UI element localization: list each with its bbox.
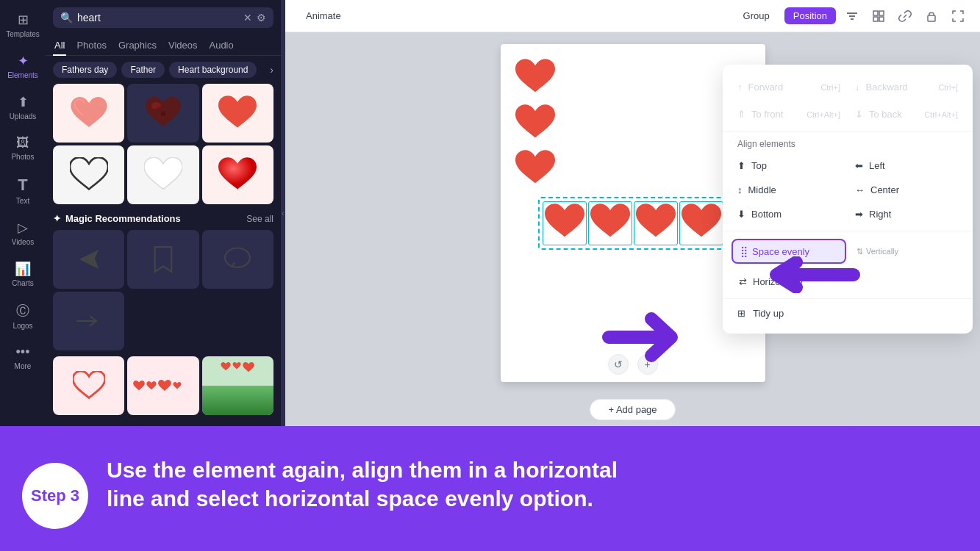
- add-page-row: + Add page: [285, 393, 980, 426]
- selected-heart-4[interactable]: [679, 201, 723, 245]
- media-item-6[interactable]: [202, 145, 273, 204]
- sidebar: ⊞ Templates ✦ Elements ⬆ Uploads 🖼 Photo…: [0, 0, 46, 426]
- svg-rect-11: [928, 15, 935, 21]
- bottom-item-2[interactable]: [127, 356, 198, 415]
- arrow-indicator-right: [601, 311, 690, 366]
- selected-hearts-row[interactable]: [538, 197, 728, 250]
- media-grid-2: [46, 145, 281, 204]
- bottom-item-1[interactable]: [53, 356, 124, 415]
- vertically-icon: ⇅: [856, 247, 863, 256]
- clear-icon[interactable]: ✕: [243, 12, 252, 24]
- align-bottom-icon: ⬇: [737, 209, 745, 220]
- magic-header: ✦ Magic Recommendations See all: [53, 213, 273, 224]
- tab-all[interactable]: All: [53, 35, 66, 55]
- align-bottom[interactable]: ⬇ Bottom: [732, 204, 846, 225]
- magic-item-arrow[interactable]: [53, 292, 124, 350]
- group-button[interactable]: Group: [734, 7, 779, 24]
- sidebar-item-text[interactable]: T Text: [3, 170, 43, 211]
- tidy-up-icon: ⊞: [737, 308, 745, 319]
- media-item-1[interactable]: [53, 84, 124, 143]
- expand-icon-btn[interactable]: [948, 6, 968, 26]
- svg-point-2: [161, 111, 165, 115]
- sidebar-item-photos[interactable]: 🖼 Photos: [3, 129, 43, 167]
- filter-icon[interactable]: ⚙: [257, 12, 266, 24]
- vertically-item[interactable]: ⇅ Vertically: [849, 242, 964, 262]
- magic-item-bubble[interactable]: [202, 230, 273, 289]
- forward-item[interactable]: ↑ Forward Ctrl+]: [732, 76, 846, 98]
- selected-heart-1[interactable]: [543, 201, 587, 245]
- media-item-3[interactable]: [202, 84, 273, 143]
- tags-scroll-right[interactable]: ›: [270, 64, 273, 76]
- link-icon-btn[interactable]: [895, 6, 915, 26]
- media-item-2[interactable]: [127, 84, 198, 143]
- align-top-icon: ⬆: [737, 160, 745, 171]
- direction-row: ↑ Forward Ctrl+] ↓ Backward Ctrl+[: [723, 73, 973, 101]
- tag-fathers-day[interactable]: Fathers day: [53, 62, 117, 78]
- svg-rect-7: [873, 11, 878, 15]
- align-right[interactable]: ➡ Right: [849, 204, 964, 225]
- tidy-up-item[interactable]: ⊞ Tidy up: [723, 302, 973, 325]
- svg-rect-5: [849, 15, 855, 17]
- sidebar-item-label: Charts: [12, 279, 33, 287]
- logos-icon: Ⓒ: [16, 302, 29, 320]
- step-description: Use the element again, align them in a h…: [107, 455, 965, 513]
- align-grid: ⬆ Top ⬅ Left ↕ Middle ↔: [723, 152, 973, 228]
- sidebar-item-charts[interactable]: 📊 Charts: [3, 255, 43, 293]
- sidebar-item-uploads[interactable]: ⬆ Uploads: [3, 88, 43, 126]
- tab-videos[interactable]: Videos: [167, 35, 199, 55]
- magic-title: ✦ Magic Recommendations: [53, 213, 181, 224]
- videos-icon: ▷: [18, 220, 28, 236]
- tag-heart-background[interactable]: Heart background: [169, 62, 257, 78]
- sparkle-icon: ✦: [53, 213, 61, 224]
- to-back-icon: ⇓: [855, 109, 863, 120]
- sidebar-item-videos[interactable]: ▷ Videos: [3, 214, 43, 252]
- sidebar-item-elements[interactable]: ✦ Elements: [3, 47, 43, 85]
- tab-graphics[interactable]: Graphics: [117, 35, 158, 55]
- sidebar-item-label: Elements: [7, 71, 38, 79]
- grid-icon-btn[interactable]: [868, 6, 889, 26]
- see-all-link[interactable]: See all: [246, 214, 273, 224]
- arrow-to-horizontally: [758, 256, 861, 296]
- sidebar-item-logos[interactable]: Ⓒ Logos: [3, 296, 43, 336]
- backward-item[interactable]: ↓ Backward Ctrl+[: [849, 76, 964, 98]
- media-item-5[interactable]: [127, 145, 198, 204]
- sidebar-item-templates[interactable]: ⊞ Templates: [3, 6, 43, 44]
- sidebar-item-label: Videos: [12, 238, 34, 246]
- align-middle[interactable]: ↕ Middle: [732, 179, 846, 201]
- heart-2: [515, 104, 555, 144]
- menu-divider-2: [723, 231, 973, 231]
- selected-heart-3[interactable]: [634, 201, 678, 245]
- magic-item-plane[interactable]: [53, 230, 124, 289]
- toolbar: Animate Group Position: [285, 0, 980, 32]
- position-button[interactable]: Position: [784, 7, 836, 24]
- svg-rect-10: [879, 17, 884, 21]
- selected-heart-2[interactable]: [588, 201, 632, 245]
- to-front-item[interactable]: ⇑ To front Ctrl+Alt+]: [732, 104, 846, 125]
- bottom-item-3[interactable]: [202, 356, 273, 415]
- magic-item-bookmark[interactable]: [127, 230, 198, 289]
- tags-row: Fathers day Father Heart background ›: [46, 62, 281, 78]
- to-back-item[interactable]: ⇓ To back Ctrl+Alt+[: [849, 104, 964, 125]
- add-page-button[interactable]: + Add page: [590, 399, 675, 420]
- tag-father[interactable]: Father: [121, 62, 165, 78]
- search-input[interactable]: [77, 12, 239, 24]
- align-center[interactable]: ↔ Center: [849, 179, 964, 201]
- front-back-row: ⇑ To front Ctrl+Alt+] ⇓ To back Ctrl+Alt…: [723, 101, 973, 128]
- elements-icon: ✦: [18, 53, 29, 69]
- filter-icon-btn[interactable]: [842, 6, 862, 26]
- sidebar-item-label: Text: [16, 197, 29, 205]
- lock-icon-btn[interactable]: [921, 6, 942, 26]
- align-top[interactable]: ⬆ Top: [732, 155, 846, 176]
- horizontally-icon: ⇄: [739, 276, 747, 287]
- sidebar-item-more[interactable]: ••• More: [3, 339, 43, 376]
- sidebar-item-label: Templates: [6, 30, 40, 38]
- align-left[interactable]: ⬅ Left: [849, 155, 964, 176]
- media-item-4[interactable]: [53, 145, 124, 204]
- align-right-icon: ➡: [855, 209, 863, 220]
- tab-photos[interactable]: Photos: [75, 35, 107, 55]
- bottom-grid: [46, 356, 281, 415]
- animate-button[interactable]: Animate: [297, 7, 350, 24]
- svg-point-3: [225, 248, 250, 267]
- tab-audio[interactable]: Audio: [207, 35, 235, 55]
- photos-icon: 🖼: [16, 135, 29, 151]
